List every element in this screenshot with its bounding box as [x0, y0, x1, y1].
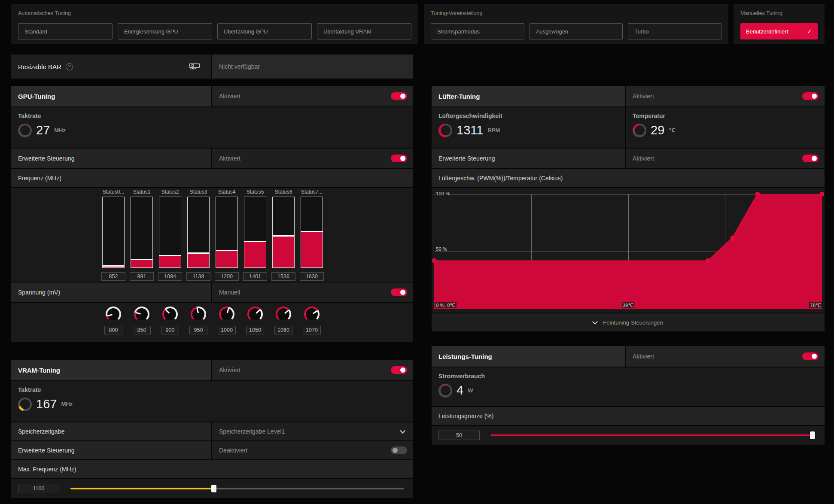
- vram-clock-section: Taktrate 167 MHz: [11, 381, 413, 422]
- fan-curve-point[interactable]: [820, 192, 825, 197]
- button-benutzerdefiniert[interactable]: Benutzerdefiniert ✓: [740, 23, 818, 39]
- toggle-knob: [400, 156, 405, 161]
- fan-speed-section: Lüftergeschwindigkeit 1311 RPM: [432, 107, 625, 148]
- frequency-value-box[interactable]: 1630: [300, 272, 324, 281]
- check-icon: ✓: [807, 27, 812, 35]
- gpu-card-icon: [189, 63, 201, 70]
- voltage-value-box[interactable]: 850: [133, 326, 151, 334]
- voltage-knob-cell: 800: [99, 307, 128, 334]
- fan-curve-point[interactable]: [755, 192, 760, 197]
- fan-curve-point[interactable]: [730, 235, 735, 240]
- voltage-knob[interactable]: [191, 307, 206, 322]
- fan-chart-title: Lüftergeschw. (PWM(%))/Temperatur (Celsi…: [438, 175, 563, 182]
- fan-curve-point[interactable]: [705, 258, 710, 263]
- vram-tuning-panel: VRAM-Tuning Aktiviert Taktrate 167 MHz S…: [11, 360, 413, 498]
- frequency-value-box[interactable]: 852: [101, 272, 125, 281]
- voltage-knob[interactable]: [162, 307, 178, 322]
- auto-tuning-panel: Automatisches Tuning Standard Energiesen…: [11, 4, 418, 44]
- frequency-bar-track[interactable]: [301, 197, 323, 268]
- fine-tuning-expander[interactable]: Feintuning-Steuerungen: [432, 313, 825, 331]
- frequency-bar-track[interactable]: [102, 197, 125, 268]
- vram-enabled-toggle[interactable]: [391, 366, 407, 374]
- frequency-value-box[interactable]: 1200: [215, 272, 239, 281]
- voltage-value-box[interactable]: 1000: [218, 326, 236, 334]
- vram-timing-value: Speicherzeitgabe Level1: [219, 428, 285, 435]
- fan-curve-point[interactable]: [432, 258, 437, 263]
- frequency-bar-track[interactable]: [131, 197, 153, 268]
- frequency-value-box[interactable]: 1401: [243, 272, 267, 281]
- fan-advanced-toggle[interactable]: [802, 155, 819, 162]
- voltage-knob[interactable]: [106, 307, 121, 322]
- voltage-value-box[interactable]: 900: [161, 326, 179, 334]
- gpu-state-label: Aktiviert: [219, 93, 240, 100]
- frequency-value-box[interactable]: 1084: [158, 272, 182, 281]
- gpu-clock-gauge: [18, 124, 32, 137]
- voltage-knob[interactable]: [247, 307, 263, 322]
- voltage-knob[interactable]: [134, 307, 149, 322]
- frequency-value-box[interactable]: 1536: [271, 272, 295, 281]
- frequency-bar[interactable]: Status1991: [128, 189, 156, 281]
- help-icon[interactable]: ?: [66, 63, 73, 70]
- button-standard[interactable]: Standard: [18, 23, 113, 39]
- frequency-bar-label: Status1: [133, 189, 151, 196]
- frequency-bar[interactable]: Status0...852: [99, 189, 128, 281]
- button-uebertaktung-vram[interactable]: Übertaktung VRAM: [317, 23, 411, 39]
- frequency-bar-fill: [216, 250, 237, 267]
- vram-timing-dropdown[interactable]: Speicherzeitgabe Level1: [212, 422, 413, 440]
- fan-curve-plot[interactable]: 100 % 50 % 0 %, 0℃ 39℃ 78℃: [434, 194, 822, 309]
- chevron-down-icon[interactable]: [400, 428, 405, 434]
- button-ausgewogen[interactable]: Ausgewogen: [530, 23, 623, 39]
- gpu-frequency-bars: Status0...852Status1991Status21084Status…: [99, 188, 413, 281]
- frequency-bar[interactable]: Status31138: [184, 189, 213, 281]
- frequency-bar[interactable]: Status41200: [213, 189, 241, 281]
- voltage-knob-face: [136, 308, 148, 320]
- auto-tuning-buttons: Standard Energiesenkung GPU Übertaktung …: [18, 23, 411, 39]
- voltage-value-box[interactable]: 1060: [274, 326, 292, 334]
- frequency-bar[interactable]: Status7...1630: [298, 189, 326, 281]
- voltage-value-box[interactable]: 950: [189, 326, 207, 334]
- gpu-clock-section: Taktrate 27 MHz: [11, 107, 413, 148]
- frequency-bar-track[interactable]: [216, 197, 238, 268]
- button-uebertaktung-gpu[interactable]: Übertaktung GPU: [217, 23, 312, 39]
- voltage-value-box[interactable]: 1050: [246, 326, 264, 334]
- gpu-voltage-toggle[interactable]: [391, 288, 407, 296]
- frequency-bar-track[interactable]: [159, 197, 181, 268]
- slider-thumb[interactable]: [211, 485, 216, 492]
- frequency-value-box[interactable]: 1138: [186, 272, 210, 281]
- gpu-clock-unit: MHz: [54, 127, 66, 134]
- voltage-knob-face: [306, 308, 318, 320]
- vram-advanced-toggle[interactable]: [391, 446, 407, 454]
- voltage-value-box[interactable]: 800: [104, 326, 122, 334]
- frequency-bar[interactable]: Status21084: [156, 189, 184, 281]
- toggle-knob: [400, 367, 405, 373]
- frequency-value-box[interactable]: 991: [130, 272, 154, 281]
- vram-max-frequency-slider[interactable]: [70, 484, 404, 493]
- gpu-advanced-toggle[interactable]: [391, 155, 407, 162]
- fan-temperature-unit: ℃: [669, 127, 676, 134]
- frequency-bar-track[interactable]: [244, 197, 266, 268]
- power-limit-slider[interactable]: [491, 431, 815, 440]
- frequency-bar[interactable]: Status51401: [241, 189, 269, 281]
- frequency-bar-label: Status6: [275, 189, 292, 196]
- button-energiesenkung-gpu[interactable]: Energiesenkung GPU: [118, 23, 212, 39]
- vram-max-frequency-value-box[interactable]: 1100: [18, 484, 59, 493]
- power-limit-value-box[interactable]: 50: [438, 431, 480, 440]
- frequency-bar-fill: [103, 265, 124, 267]
- frequency-bar[interactable]: Status61536: [269, 189, 298, 281]
- voltage-knob[interactable]: [304, 307, 320, 322]
- frequency-bar-track[interactable]: [272, 197, 295, 268]
- power-consumption-label: Stromverbrauch: [438, 373, 818, 380]
- slider-thumb[interactable]: [810, 431, 815, 439]
- button-turbo[interactable]: Turbo: [628, 23, 721, 39]
- gpu-enabled-toggle[interactable]: [391, 92, 407, 100]
- power-enabled-toggle[interactable]: [802, 352, 819, 360]
- voltage-knob[interactable]: [276, 307, 291, 322]
- power-consumption-section: Stromverbrauch 4 W: [432, 367, 825, 406]
- fan-speed-gauge: [438, 124, 452, 137]
- voltage-knob[interactable]: [219, 307, 234, 322]
- voltage-value-box[interactable]: 1070: [303, 326, 321, 334]
- resizable-bar-row: Resizable BAR ? Nicht verfügbar: [11, 55, 413, 79]
- fan-enabled-toggle[interactable]: [802, 92, 819, 100]
- frequency-bar-track[interactable]: [187, 197, 210, 268]
- button-stromsparmodus[interactable]: Stromsparmodus: [431, 23, 524, 39]
